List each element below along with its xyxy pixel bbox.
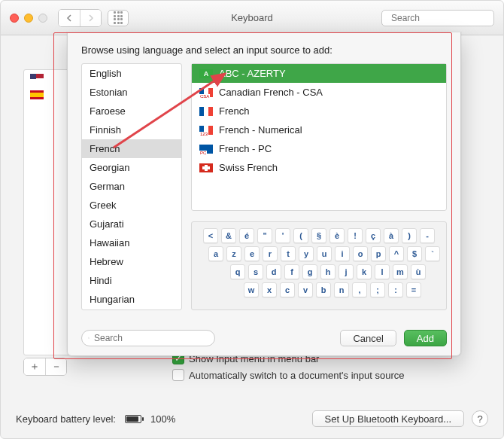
close-window-button[interactable] xyxy=(10,14,19,23)
zoom-window-button[interactable] xyxy=(38,14,47,23)
content: ＋ － ✓ Show Input menu in menu bar Automa… xyxy=(16,35,488,393)
keyboard-key: ` xyxy=(425,246,440,261)
keyboard-key: " xyxy=(257,228,272,243)
keyboard-key: ' xyxy=(275,228,290,243)
language-item[interactable]: Hungarian xyxy=(82,290,181,309)
forward-button[interactable] xyxy=(80,10,101,26)
keyboard-key: z xyxy=(226,246,241,261)
language-item[interactable]: Estonian xyxy=(82,83,181,102)
input-source-item[interactable]: Swiss French xyxy=(192,158,446,177)
remove-source-button[interactable]: － xyxy=(45,358,66,375)
language-item[interactable]: French xyxy=(82,139,181,158)
sheet-search[interactable] xyxy=(81,330,215,346)
help-button[interactable]: ? xyxy=(472,410,488,427)
input-source-label: ABC - AZERTY xyxy=(219,68,286,79)
flag-icon xyxy=(30,90,44,99)
keyboard-key: ( xyxy=(293,228,308,243)
bottom-bar: Keyboard battery level: 100% Set Up Blue… xyxy=(1,399,503,438)
keyboard-key: c xyxy=(280,282,295,297)
keyboard-key: r xyxy=(263,246,278,261)
keyboard-key: é xyxy=(239,228,254,243)
keyboard-key: t xyxy=(281,246,296,261)
setup-bluetooth-button[interactable]: Set Up Bluetooth Keyboard... xyxy=(312,410,464,427)
keyboard-key: s xyxy=(248,264,263,279)
input-source-item[interactable]: CSACanadian French - CSA xyxy=(192,83,446,102)
flag-icon: CSA xyxy=(199,88,213,97)
input-source-item[interactable]: AABC - AZERTY xyxy=(192,64,446,83)
keyboard-key: n xyxy=(334,282,349,297)
add-button[interactable]: Add xyxy=(404,330,447,346)
flag-icon: 123 xyxy=(199,126,213,135)
keyboard-key: f xyxy=(284,264,299,279)
svg-point-2 xyxy=(88,337,89,338)
language-item[interactable]: Greek xyxy=(82,196,181,215)
search-icon xyxy=(88,334,90,343)
add-remove-segment: ＋ － xyxy=(23,358,67,376)
show-all-button[interactable] xyxy=(108,10,129,26)
keyboard-key: ; xyxy=(370,282,385,297)
keyboard-key: p xyxy=(371,246,386,261)
keyboard-key: q xyxy=(230,264,245,279)
keyboard-key: h xyxy=(320,264,335,279)
keyboard-key: ! xyxy=(348,228,363,243)
keyboard-key: $ xyxy=(407,246,422,261)
cancel-button[interactable]: Cancel xyxy=(340,330,396,346)
flag-icon: A xyxy=(199,69,213,78)
flag-icon xyxy=(199,145,213,154)
add-source-button[interactable]: ＋ xyxy=(24,358,45,375)
keyboard-key: y xyxy=(299,246,314,261)
input-source-label: French - PC xyxy=(219,143,272,154)
keyboard-key: b xyxy=(316,282,331,297)
keyboard-key: : xyxy=(388,282,403,297)
keyboard-key: v xyxy=(298,282,313,297)
keyboard-key: ç xyxy=(366,228,381,243)
keyboard-key: o xyxy=(353,246,368,261)
keyboard-key: ) xyxy=(402,228,417,243)
keyboard-layout-preview: <&é"'(§è!çà)-azertyuiop^$`qsdfghjklmùwxc… xyxy=(191,221,447,310)
input-source-label: French - Numerical xyxy=(219,124,302,136)
minimize-window-button[interactable] xyxy=(24,14,33,23)
traffic-lights xyxy=(10,14,47,23)
battery-icon xyxy=(125,415,141,423)
sheet-search-input[interactable] xyxy=(93,332,208,344)
keyboard-key: m xyxy=(393,264,408,279)
language-item[interactable]: Georgian xyxy=(82,158,181,177)
language-item[interactable]: German xyxy=(82,177,181,196)
sheet-header: Browse using language and select an inpu… xyxy=(81,44,447,56)
language-item[interactable]: Gujarati xyxy=(82,215,181,233)
keyboard-key: a xyxy=(208,246,223,261)
flag-icon xyxy=(30,74,44,83)
language-item[interactable]: Finnish xyxy=(82,120,181,139)
keyboard-key: e xyxy=(244,246,260,261)
battery-value: 100% xyxy=(150,413,175,425)
keyboard-key: = xyxy=(406,282,421,297)
language-item[interactable]: English xyxy=(82,64,181,83)
keyboard-key: § xyxy=(311,228,326,243)
keyboard-key: & xyxy=(221,228,236,243)
keyboard-key: x xyxy=(262,282,277,297)
language-item[interactable]: Faroese xyxy=(82,102,181,120)
language-item[interactable]: Hindi xyxy=(82,271,181,290)
input-source-item[interactable]: French - PC xyxy=(192,139,446,158)
toolbar-search-input[interactable] xyxy=(390,12,504,24)
back-button[interactable] xyxy=(59,10,80,26)
language-list[interactable]: EnglishEstonianFaroeseFinnishFrenchGeorg… xyxy=(81,63,182,310)
battery-label: Keyboard battery level: xyxy=(16,413,116,425)
checkbox-unchecked-icon xyxy=(172,369,184,381)
flag-icon xyxy=(199,107,213,116)
keyboard-key: , xyxy=(352,282,367,297)
keyboard-key: ù xyxy=(411,264,426,279)
keyboard-key: g xyxy=(302,264,317,279)
keyboard-key: d xyxy=(266,264,281,279)
language-item[interactable]: Hawaiian xyxy=(82,233,181,252)
nav-back-forward xyxy=(58,9,102,27)
input-source-options[interactable]: AABC - AZERTYCSACanadian French - CSAFre… xyxy=(191,63,447,211)
toolbar: Keyboard xyxy=(1,1,503,35)
input-source-item[interactable]: 123French - Numerical xyxy=(192,120,446,139)
keyboard-key: ^ xyxy=(389,246,404,261)
keyboard-key: u xyxy=(317,246,332,261)
auto-switch-option[interactable]: Automatically switch to a document's inp… xyxy=(172,367,404,383)
language-item[interactable]: Hebrew xyxy=(82,252,181,271)
toolbar-search[interactable] xyxy=(381,10,494,26)
input-source-item[interactable]: French xyxy=(192,102,446,120)
